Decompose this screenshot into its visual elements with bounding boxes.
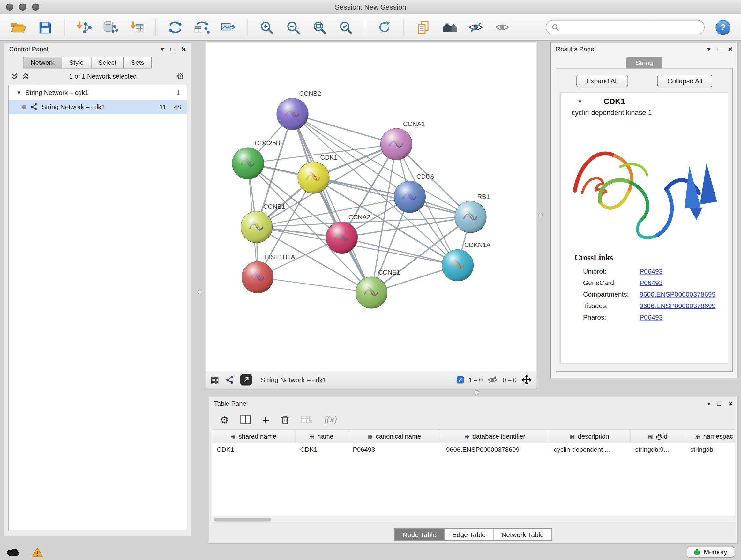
column-header--id[interactable]: ▦@id	[630, 430, 686, 443]
collapse-all-tree-icon[interactable]	[23, 73, 29, 79]
table-settings-gear-icon[interactable]: ⚙	[220, 415, 229, 425]
expand-all-tree-icon[interactable]	[11, 73, 18, 79]
network-row-selected[interactable]: String Network – cdk1 11 48	[9, 100, 187, 114]
tab-style[interactable]: Style	[62, 57, 91, 69]
table-cell[interactable]: stringdb	[685, 443, 735, 455]
export-image-button[interactable]	[217, 17, 239, 38]
table-cell[interactable]: P06493	[348, 443, 442, 455]
panel-float-icon[interactable]: □	[717, 45, 721, 53]
memory-button[interactable]: Memory	[687, 546, 734, 558]
crosslink-link[interactable]: 9606.ENSP00000378699	[639, 290, 716, 298]
table-cell[interactable]: 9606.ENSP00000378699	[441, 443, 549, 455]
splitter-handle[interactable]	[538, 212, 543, 217]
open-in-new-button[interactable]	[240, 374, 252, 386]
network-collection-row[interactable]: ▼ String Network – cdk1 1	[9, 85, 187, 100]
table-cell[interactable]: CDK1	[295, 443, 348, 455]
zoom-fit-button[interactable]	[308, 17, 330, 38]
tab-sets[interactable]: Sets	[124, 57, 152, 69]
add-column-icon[interactable]: +	[262, 414, 269, 426]
function-builder-button[interactable]: f(x)	[324, 415, 337, 425]
search-input[interactable]	[563, 23, 698, 31]
zoom-out-button[interactable]	[282, 17, 304, 38]
table-cell[interactable]: CDK1	[212, 443, 295, 455]
tab-network-table[interactable]: Network Table	[493, 528, 552, 541]
scrollbar-thumb[interactable]	[214, 518, 272, 522]
network-options-gear-icon[interactable]: ⚙	[177, 71, 184, 81]
new-network-from-table-button[interactable]	[191, 17, 212, 38]
network-edge[interactable]	[293, 114, 397, 144]
table-horizontal-scrollbar[interactable]	[212, 516, 735, 523]
panel-close-icon[interactable]: ✕	[728, 400, 733, 407]
column-header-name[interactable]: ▦name	[295, 430, 348, 443]
splitter-handle[interactable]	[475, 390, 479, 395]
warning-icon[interactable]	[31, 547, 43, 557]
tab-string[interactable]: String	[626, 57, 663, 69]
select-columns-icon[interactable]	[240, 415, 251, 424]
copy-document-button[interactable]	[412, 17, 434, 38]
node-gloss-overlay	[455, 201, 486, 233]
save-session-button[interactable]	[34, 17, 56, 38]
cloud-icon[interactable]	[7, 547, 21, 557]
tab-network[interactable]: Network	[23, 57, 62, 69]
tree-expander-icon[interactable]: ▼	[16, 90, 21, 96]
crosslink-link[interactable]: 9606.ENSP00000378699	[639, 302, 716, 309]
expand-all-button[interactable]: Expand All	[576, 75, 628, 87]
search-box[interactable]	[546, 20, 704, 35]
collapse-all-button[interactable]: Collapse All	[657, 75, 713, 87]
hide-selected-button[interactable]	[465, 17, 487, 38]
tab-select[interactable]: Select	[91, 57, 124, 69]
table-cell[interactable]: stringdb:9...	[630, 443, 686, 455]
panel-menu-icon[interactable]: ▾	[161, 45, 164, 53]
network-edge[interactable]	[258, 277, 372, 293]
import-network-database-button[interactable]	[99, 17, 121, 38]
help-button[interactable]: ?	[716, 20, 731, 35]
application-window: Session: New Session	[0, 0, 741, 560]
control-panel: Control Panel ▾ □ ✕ NetworkStyleSelectSe…	[4, 42, 192, 537]
column-header-database-identifier[interactable]: ▦database identifier	[441, 430, 549, 443]
panel-float-icon[interactable]: □	[717, 400, 721, 407]
splitter-handle[interactable]	[198, 290, 203, 295]
panel-close-icon[interactable]: ✕	[181, 45, 186, 53]
section-expander-icon[interactable]: ▼	[577, 98, 583, 104]
tab-edge-table[interactable]: Edge Table	[444, 528, 494, 541]
zoom-in-button[interactable]	[256, 17, 278, 38]
zoom-selected-button[interactable]	[335, 17, 357, 38]
show-all-button[interactable]	[491, 17, 513, 38]
column-header-canonical-name[interactable]: ▦canonical name	[348, 430, 442, 443]
table-row[interactable]: CDK1CDK1P064939606.ENSP00000378699cyclin…	[212, 443, 735, 455]
column-header-shared-name[interactable]: ▦shared name	[212, 430, 295, 443]
selected-checkbox-icon[interactable]: ✓	[457, 376, 464, 383]
panel-menu-icon[interactable]: ▾	[708, 400, 711, 407]
gene-section-header[interactable]: ▼ CDK1	[561, 92, 728, 108]
table-cell[interactable]: cyclin-dependent ...	[549, 443, 630, 455]
window-title: Session: New Session	[0, 3, 741, 11]
network-edge[interactable]	[293, 114, 372, 293]
panel-menu-icon[interactable]: ▾	[708, 45, 711, 53]
import-table-button[interactable]	[125, 17, 147, 38]
panel-close-icon[interactable]: ✕	[728, 45, 733, 53]
network-share-icon[interactable]	[225, 375, 234, 384]
network-edge[interactable]	[342, 238, 458, 265]
hidden-eye-slash-icon	[487, 375, 498, 384]
column-header-description[interactable]: ▦description	[549, 430, 630, 443]
network-selection-row: 1 of 1 Network selected ⚙	[4, 69, 191, 84]
crosslink-link[interactable]: P06493	[639, 313, 663, 321]
apply-layout-button[interactable]	[374, 17, 395, 38]
open-session-button[interactable]	[8, 17, 30, 38]
import-network-file-button[interactable]	[73, 17, 95, 38]
birdseye-view-icon[interactable]: ▦	[210, 375, 219, 385]
node-label-ccnb1: CCNB1	[263, 203, 285, 210]
node-label-cdk1: CDK1	[320, 154, 338, 161]
clear-table-icon-disabled[interactable]	[301, 415, 313, 424]
column-header-label: name	[317, 433, 333, 440]
home-button[interactable]	[439, 17, 461, 38]
panel-float-icon[interactable]: □	[171, 45, 174, 53]
tab-node-table[interactable]: Node Table	[394, 528, 445, 541]
network-canvas[interactable]: CCNB2CCNA1CDC25BCDK1CDC6RB1CCNB1CCNA2CDK…	[205, 43, 537, 371]
crosslink-link[interactable]: P06493	[639, 279, 663, 287]
column-header-namespac[interactable]: ▦namespac	[685, 430, 735, 443]
delete-column-trash-icon[interactable]	[281, 415, 290, 425]
move-crosshair-icon[interactable]	[522, 374, 532, 385]
new-network-button[interactable]	[164, 17, 186, 38]
crosslink-link[interactable]: P06493	[639, 267, 663, 275]
